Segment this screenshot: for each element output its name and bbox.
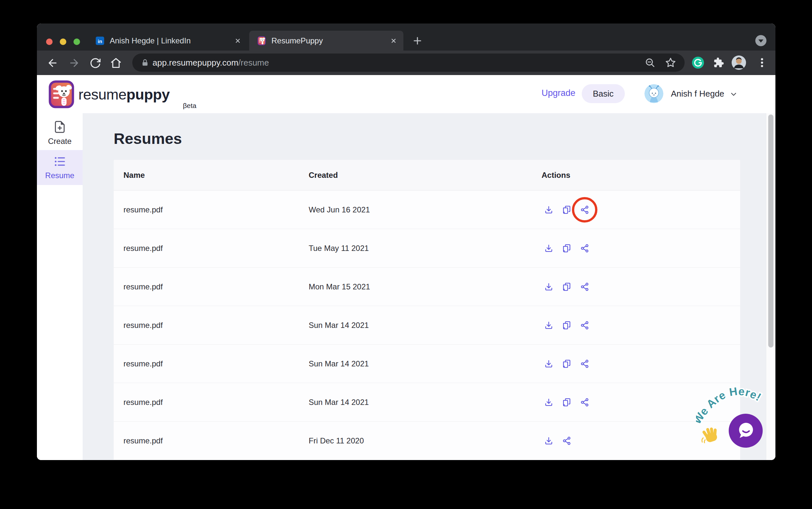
new-tab-button[interactable]	[412, 35, 423, 46]
svg-text:in: in	[98, 38, 102, 44]
table-row: resume.pdf Wed Jun 16 2021	[114, 191, 740, 229]
row-actions	[544, 268, 589, 306]
scrollbar-track	[766, 113, 775, 460]
main-content: Resumes Name Created Actions resume.pdf …	[83, 113, 766, 460]
resume-name: resume.pdf	[123, 306, 163, 344]
sidebar-item-create[interactable]: Create	[37, 115, 83, 150]
share-action-button[interactable]	[580, 359, 589, 368]
row-actions	[544, 306, 589, 344]
download-action-button[interactable]	[544, 398, 553, 407]
resume-name: resume.pdf	[123, 268, 163, 306]
copy-action-button[interactable]	[562, 244, 571, 253]
row-actions	[544, 421, 571, 460]
user-avatar[interactable]	[645, 84, 663, 103]
brand-wordmark: resumepuppy	[79, 86, 170, 103]
sidebar-item-label: Create	[37, 137, 83, 146]
profile-avatar[interactable]	[731, 55, 746, 70]
sidebar: Create Resume	[37, 113, 83, 460]
share-action-button[interactable]	[580, 321, 589, 330]
user-name[interactable]: Anish f Hegde	[671, 89, 724, 99]
copy-action-button[interactable]	[562, 398, 571, 407]
scrollbar-thumb[interactable]	[768, 114, 774, 347]
resume-name: resume.pdf	[123, 191, 163, 229]
download-action-button[interactable]	[544, 321, 553, 330]
share-action-button[interactable]	[562, 436, 571, 445]
download-icon	[544, 321, 553, 330]
bookmark-star-icon[interactable]	[665, 57, 676, 68]
table-row: resume.pdf Tue May 11 2021	[114, 229, 740, 268]
reload-button[interactable]	[90, 57, 101, 69]
download-icon	[544, 359, 553, 368]
grammarly-extension-icon[interactable]	[691, 56, 705, 69]
share-action-button[interactable]	[580, 205, 589, 214]
copy-icon	[562, 321, 571, 330]
download-icon	[544, 244, 553, 253]
download-action-button[interactable]	[544, 244, 553, 253]
resumepuppy-icon	[257, 36, 266, 45]
brand-bold: puppy	[126, 86, 169, 103]
chat-bubble-icon	[736, 420, 756, 441]
resume-created: Tue May 11 2021	[309, 229, 369, 267]
column-header-name: Name	[123, 160, 145, 190]
resume-created: Sun Mar 14 2021	[309, 383, 369, 421]
copy-icon	[562, 244, 571, 253]
lock-icon	[141, 58, 149, 67]
tab-strip: in Anish Hegde | LinkedIn	[37, 24, 775, 50]
address-bar[interactable]: app.resumepuppy.com/resume	[132, 54, 685, 72]
download-action-button[interactable]	[544, 205, 553, 214]
resume-name: resume.pdf	[123, 383, 163, 421]
resume-name: resume.pdf	[123, 421, 163, 460]
copy-action-button[interactable]	[562, 359, 571, 368]
column-header-actions: Actions	[541, 160, 570, 190]
zoom-page-icon[interactable]	[645, 58, 655, 68]
forward-button[interactable]	[68, 57, 80, 69]
copy-action-button[interactable]	[562, 321, 571, 330]
browser-menu-icon[interactable]	[756, 57, 768, 69]
close-tab-icon[interactable]	[234, 37, 242, 45]
tab-resumepuppy[interactable]: ResumePuppy	[249, 31, 403, 50]
table-row: resume.pdf Sun Mar 14 2021	[114, 383, 740, 421]
resume-name: resume.pdf	[123, 345, 163, 383]
share-action-button[interactable]	[580, 244, 589, 253]
plan-badge: Basic	[582, 84, 625, 103]
table-row: resume.pdf Mon Mar 15 2021	[114, 268, 740, 306]
download-action-button[interactable]	[544, 436, 553, 445]
share-action-button[interactable]	[580, 282, 589, 292]
sidebar-item-resume[interactable]: Resume	[37, 150, 83, 185]
download-icon	[544, 282, 553, 292]
app-header: resumepuppy βeta Upgrade Basic Anish f H…	[37, 75, 775, 113]
extensions-puzzle-icon[interactable]	[712, 57, 725, 69]
page-title: Resumes	[114, 130, 182, 147]
back-button[interactable]	[47, 57, 59, 69]
brand-light: resume	[79, 86, 126, 103]
close-window-button[interactable]	[46, 38, 53, 45]
tab-linkedin[interactable]: in Anish Hegde | LinkedIn	[88, 31, 248, 50]
close-tab-icon[interactable]	[390, 37, 398, 45]
brand-beta-tag: βeta	[183, 102, 196, 110]
chevron-down-icon[interactable]	[729, 90, 738, 99]
minimize-window-button[interactable]	[60, 38, 66, 45]
tab-search-button[interactable]	[754, 34, 768, 47]
resumes-table: Name Created Actions resume.pdf Wed Jun …	[114, 160, 740, 460]
copy-icon	[562, 205, 571, 214]
row-actions	[544, 345, 589, 383]
table-body: resume.pdf Wed Jun 16 2021	[114, 191, 740, 460]
row-actions	[544, 383, 589, 421]
home-button[interactable]	[110, 57, 122, 69]
share-icon	[580, 359, 589, 368]
download-action-button[interactable]	[544, 282, 553, 292]
upgrade-link[interactable]: Upgrade	[541, 88, 575, 98]
copy-action-button[interactable]	[562, 282, 571, 292]
chat-launcher-button[interactable]	[729, 414, 763, 448]
url-path: /resume	[239, 58, 269, 68]
download-action-button[interactable]	[544, 359, 553, 368]
share-action-button[interactable]	[580, 398, 589, 407]
download-icon	[544, 436, 553, 445]
sidebar-item-label: Resume	[37, 171, 83, 180]
row-actions	[544, 229, 589, 267]
zoom-window-button[interactable]	[73, 38, 80, 45]
browser-window: in Anish Hegde | LinkedIn	[37, 24, 775, 460]
copy-action-button[interactable]	[562, 205, 571, 214]
share-icon	[580, 244, 589, 253]
resume-created: Wed Jun 16 2021	[309, 191, 370, 229]
